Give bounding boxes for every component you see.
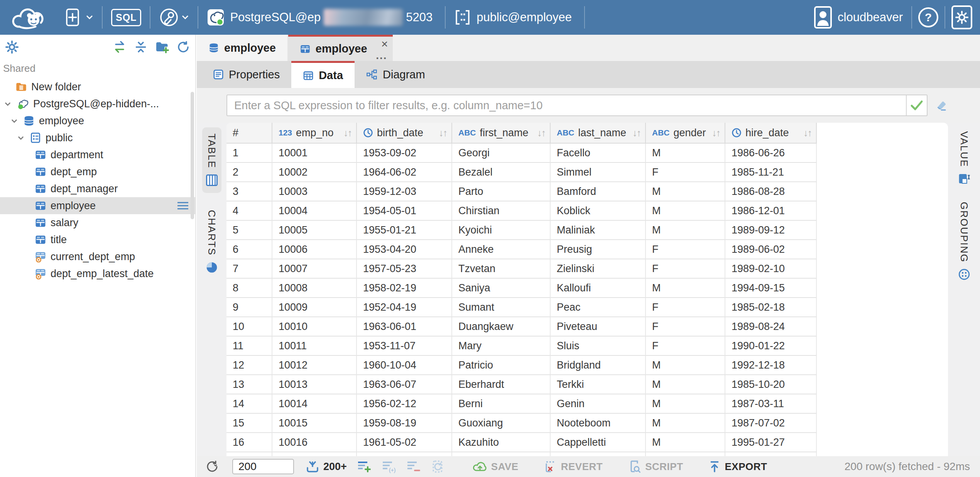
cell-last_name[interactable]: Preusig xyxy=(551,240,646,259)
cell-birth_date[interactable]: 1958-02-19 xyxy=(357,279,452,298)
cell-emp_no[interactable]: 10006 xyxy=(272,240,357,259)
cell-emp_no[interactable]: 10015 xyxy=(272,414,357,433)
cell-emp_no[interactable]: 10010 xyxy=(272,317,357,337)
sort-icon[interactable]: ↓↑ xyxy=(343,127,351,139)
cell-emp_no[interactable]: 10007 xyxy=(272,259,357,279)
cell-hire_date[interactable]: 1989-06-02 xyxy=(725,240,817,259)
row-number-cell[interactable]: 4 xyxy=(226,201,272,221)
row-number-cell[interactable]: 2 xyxy=(226,163,272,182)
row-number-cell[interactable]: 6 xyxy=(226,240,272,259)
cell-hire_date[interactable]: 1987-07-02 xyxy=(725,414,817,433)
cell-birth_date[interactable]: 1961-05-02 xyxy=(357,433,452,452)
tab-database-employee[interactable]: employee xyxy=(197,35,288,61)
delete-row-button[interactable] xyxy=(404,460,423,473)
cell-hire_date[interactable]: 1989-02-10 xyxy=(725,259,817,279)
cell-birth_date[interactable]: 1953-09-02 xyxy=(357,144,452,163)
cell-birth_date[interactable]: 1963-06-01 xyxy=(357,317,452,337)
cell-last_name[interactable]: Terkki xyxy=(551,375,646,394)
row-number-cell[interactable]: 15 xyxy=(226,414,272,433)
settings-button[interactable] xyxy=(951,5,972,29)
cell-birth_date[interactable]: 1963-06-07 xyxy=(357,375,452,394)
cell-first_name[interactable]: Eberhardt xyxy=(452,375,551,394)
cell-gender[interactable]: M xyxy=(646,201,725,221)
schema-selector[interactable]: public@employee xyxy=(452,6,574,29)
cell-gender[interactable]: F xyxy=(646,317,725,337)
cell-hire_date[interactable]: 1986-06-26 xyxy=(725,144,817,163)
row-number-cell[interactable]: 1 xyxy=(226,144,272,163)
cell-birth_date[interactable]: 1959-12-03 xyxy=(357,182,452,201)
cell-emp_no[interactable]: 10013 xyxy=(272,375,357,394)
tab-grouping-panel[interactable]: GROUPING xyxy=(958,202,970,281)
cell-first_name[interactable]: Tzvetan xyxy=(452,259,551,279)
cell-gender[interactable]: M xyxy=(646,144,725,163)
cell-emp_no[interactable]: 10016 xyxy=(272,433,357,452)
column-header-first_name[interactable]: ABC first_name ↓↑ xyxy=(452,123,551,144)
row-number-cell[interactable]: 5 xyxy=(226,221,272,240)
tab-table-presentation[interactable]: TABLE xyxy=(202,127,221,193)
row-number-cell[interactable]: 12 xyxy=(226,356,272,375)
cell-gender[interactable]: M xyxy=(646,356,725,375)
cell-hire_date[interactable]: 1985-10-20 xyxy=(725,375,817,394)
column-header-gender[interactable]: ABC gender ↓↑ xyxy=(646,123,725,144)
refresh-button[interactable] xyxy=(177,41,190,54)
cell-birth_date[interactable]: 1964-06-02 xyxy=(357,163,452,182)
cell-last_name[interactable]: Piveteau xyxy=(551,317,646,337)
user-menu[interactable]: cloudbeaver xyxy=(811,3,905,31)
cell-last_name[interactable]: Sluis xyxy=(551,337,646,356)
tab-data[interactable]: Data xyxy=(291,61,355,88)
fetch-more-button[interactable]: 200+ xyxy=(303,460,349,473)
cell-hire_date[interactable]: 1986-08-28 xyxy=(725,182,817,201)
cell-gender[interactable]: F xyxy=(646,163,725,182)
export-button[interactable]: EXPORT xyxy=(704,460,771,473)
cell-first_name[interactable]: Parto xyxy=(452,182,551,201)
cell-emp_no[interactable]: 10002 xyxy=(272,163,357,182)
cell-emp_no[interactable]: 10014 xyxy=(272,394,357,414)
cell-birth_date[interactable]: 1957-05-23 xyxy=(357,259,452,279)
cell-birth_date[interactable]: 1956-02-12 xyxy=(357,394,452,414)
refresh-result-button[interactable] xyxy=(203,460,223,474)
tab-charts-presentation[interactable]: CHARTS xyxy=(203,204,221,279)
clear-filter-button[interactable] xyxy=(934,98,948,113)
save-button[interactable]: SAVE xyxy=(469,460,522,473)
cell-birth_date[interactable]: 1960-10-04 xyxy=(357,356,452,375)
cell-birth_date[interactable]: 1959-08-19 xyxy=(357,414,452,433)
cell-last_name[interactable]: Bridgland xyxy=(551,356,646,375)
tab-menu-icon[interactable]: ... xyxy=(376,49,387,62)
cell-hire_date[interactable]: 1992-12-18 xyxy=(725,356,817,375)
tree-item-view-dept_emp_latest_date[interactable]: dept_emp_latest_date xyxy=(0,265,195,282)
column-header-rownum[interactable]: # xyxy=(226,123,272,144)
row-number-cell[interactable]: 10 xyxy=(226,317,272,337)
cell-last_name[interactable]: Koblick xyxy=(551,201,646,221)
cell-emp_no[interactable]: 10003 xyxy=(272,182,357,201)
cell-first_name[interactable]: Bezalel xyxy=(452,163,551,182)
cell-hire_date[interactable]: 1985-02-18 xyxy=(725,298,817,317)
column-header-emp_no[interactable]: 123 emp_no ↓↑ xyxy=(272,123,357,144)
cell-birth_date[interactable]: 1955-01-21 xyxy=(357,221,452,240)
duplicate-row-button[interactable]: (+) xyxy=(379,460,399,473)
cell-birth_date[interactable]: 1953-04-20 xyxy=(357,240,452,259)
cell-first_name[interactable]: Mary xyxy=(452,337,551,356)
apply-filter-button[interactable] xyxy=(906,95,927,115)
help-button[interactable]: ? xyxy=(918,7,938,27)
tab-diagram[interactable]: Diagram xyxy=(355,61,437,88)
row-number-cell[interactable]: 13 xyxy=(226,375,272,394)
connection-selector[interactable]: PostgreSQL@ep5203 xyxy=(204,6,435,29)
tree-item-table-dept_manager[interactable]: dept_manager xyxy=(0,180,195,197)
cell-emp_no[interactable]: 10001 xyxy=(272,144,357,163)
collapse-all-button[interactable] xyxy=(134,41,147,54)
navigator-settings-button[interactable] xyxy=(5,41,19,54)
tree-item-menu-icon[interactable] xyxy=(177,201,189,210)
cell-gender[interactable]: M xyxy=(646,182,725,201)
cell-emp_no[interactable]: 10012 xyxy=(272,356,357,375)
chevron-down-icon[interactable] xyxy=(10,117,19,125)
driver-tools-button[interactable] xyxy=(157,5,191,30)
column-header-last_name[interactable]: ABC last_name ↓↑ xyxy=(551,123,646,144)
cell-hire_date[interactable]: 1995-01-27 xyxy=(725,433,817,452)
chevron-down-icon[interactable] xyxy=(3,100,12,108)
row-number-cell[interactable]: 9 xyxy=(226,298,272,317)
cell-last_name[interactable]: Bamford xyxy=(551,182,646,201)
cell-first_name[interactable]: Duangkaew xyxy=(452,317,551,337)
cell-first_name[interactable]: Anneke xyxy=(452,240,551,259)
sql-editor-button[interactable]: SQL xyxy=(109,7,144,29)
cell-emp_no[interactable]: 10008 xyxy=(272,279,357,298)
